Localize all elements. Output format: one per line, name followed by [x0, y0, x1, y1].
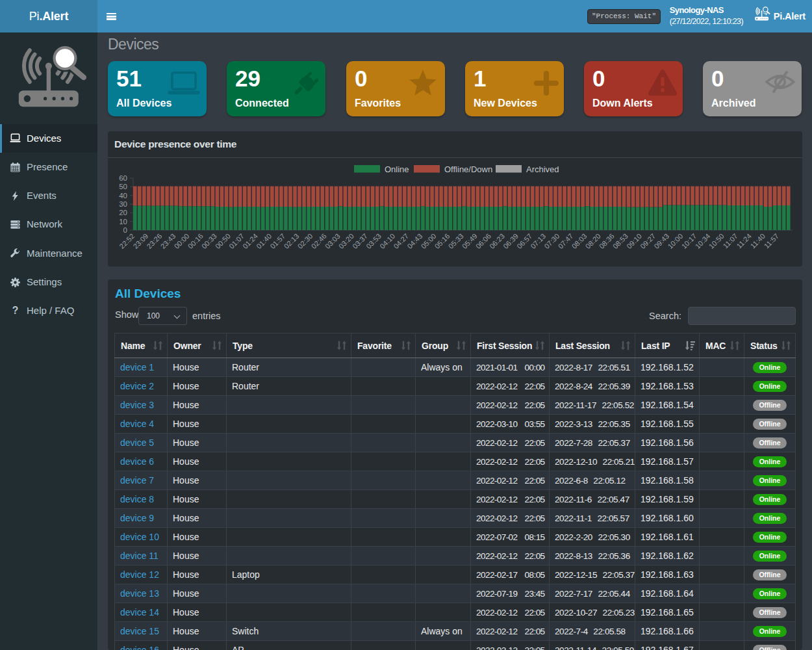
svg-text:05:00: 05:00	[420, 232, 438, 250]
svg-text:01:07: 01:07	[227, 232, 246, 250]
svg-text:02:46: 02:46	[310, 232, 328, 250]
svg-text:08:53: 08:53	[611, 232, 629, 250]
svg-text:07:30: 07:30	[542, 232, 561, 250]
svg-text:11:07: 11:07	[721, 232, 739, 250]
svg-text:23:43: 23:43	[159, 232, 177, 250]
svg-text:10: 10	[119, 218, 127, 226]
svg-text:08:20: 08:20	[584, 232, 602, 250]
svg-text:Archived: Archived	[526, 164, 559, 174]
svg-text:09:10: 09:10	[625, 232, 643, 250]
svg-text:01:40: 01:40	[255, 232, 273, 250]
svg-text:06:23: 06:23	[488, 232, 506, 250]
svg-text:00:50: 00:50	[214, 232, 232, 250]
svg-text:03:37: 03:37	[351, 232, 369, 250]
svg-text:02:30: 02:30	[296, 232, 314, 250]
svg-text:06:57: 06:57	[515, 232, 533, 250]
svg-text:08:03: 08:03	[570, 232, 589, 250]
svg-text:10:34: 10:34	[694, 232, 712, 250]
svg-text:05:49: 05:49	[461, 232, 479, 250]
svg-text:30: 30	[119, 200, 127, 208]
svg-text:06:06: 06:06	[474, 232, 492, 250]
svg-text:0: 0	[123, 226, 127, 234]
svg-text:11:24: 11:24	[735, 232, 753, 250]
svg-text:10:17: 10:17	[680, 232, 698, 250]
svg-text:22:52: 22:52	[118, 232, 136, 250]
svg-text:20: 20	[119, 209, 127, 216]
svg-text:23:09: 23:09	[131, 232, 149, 250]
svg-text:00:16: 00:16	[186, 232, 205, 250]
svg-text:05:33: 05:33	[447, 232, 465, 250]
svg-text:11:40: 11:40	[749, 232, 767, 250]
svg-text:09:27: 09:27	[639, 232, 657, 250]
svg-text:50: 50	[119, 183, 127, 190]
svg-text:07:13: 07:13	[529, 232, 547, 250]
svg-text:01:57: 01:57	[268, 232, 286, 250]
svg-text:01:24: 01:24	[241, 232, 259, 250]
svg-text:02:13: 02:13	[283, 232, 301, 250]
svg-text:00:00: 00:00	[173, 232, 191, 250]
svg-text:04:43: 04:43	[405, 232, 424, 250]
svg-text:03:20: 03:20	[337, 232, 355, 250]
svg-text:40: 40	[119, 192, 127, 200]
svg-text:60: 60	[119, 174, 127, 182]
svg-text:?: ?	[12, 306, 19, 316]
svg-text:05:16: 05:16	[433, 232, 451, 250]
svg-text:Offline/Down: Offline/Down	[444, 164, 492, 174]
svg-text:09:43: 09:43	[652, 232, 670, 250]
svg-text:Online: Online	[385, 164, 409, 174]
svg-text:04:27: 04:27	[392, 232, 410, 250]
svg-text:10:00: 10:00	[666, 232, 684, 250]
svg-text:04:10: 04:10	[378, 232, 396, 250]
svg-text:08:36: 08:36	[598, 232, 616, 250]
svg-text:03:53: 03:53	[364, 232, 383, 250]
svg-text:10:50: 10:50	[707, 232, 726, 250]
svg-text:03:03: 03:03	[324, 232, 342, 250]
svg-text:00:33: 00:33	[200, 232, 218, 250]
svg-text:11:57: 11:57	[763, 232, 780, 250]
svg-text:06:39: 06:39	[501, 232, 520, 250]
svg-text:23:26: 23:26	[145, 232, 163, 250]
svg-text:07:47: 07:47	[557, 232, 575, 250]
